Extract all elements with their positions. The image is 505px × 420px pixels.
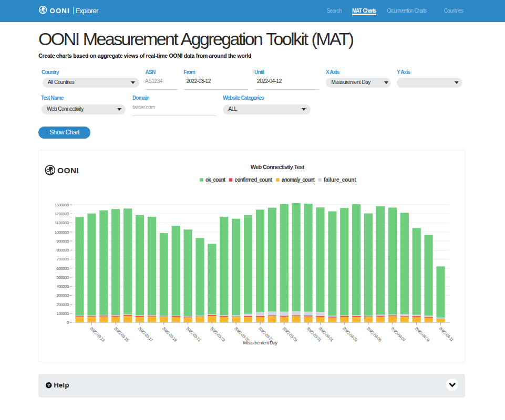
svg-text:2022-04-03: 2022-04-03 xyxy=(342,326,359,343)
svg-text:2022-03-21: 2022-03-21 xyxy=(185,326,202,342)
svg-text:500000: 500000 xyxy=(57,275,69,280)
svg-text:ok_count: ok_count xyxy=(205,177,226,183)
svg-text:100000: 100000 xyxy=(57,311,69,316)
svg-text:2022-03-19: 2022-03-19 xyxy=(161,326,178,342)
svg-text:2022-03-15: 2022-03-15 xyxy=(114,326,130,343)
svg-text:800000: 800000 xyxy=(57,248,69,253)
svg-text:2022-03-13: 2022-03-13 xyxy=(89,326,106,343)
svg-text:2022-04-05: 2022-04-05 xyxy=(366,326,383,343)
svg-text:1100000: 1100000 xyxy=(55,220,70,225)
svg-text:2022-04-11: 2022-04-11 xyxy=(438,326,455,342)
svg-text:1000000: 1000000 xyxy=(55,230,69,235)
svg-text:400000: 400000 xyxy=(57,284,69,289)
svg-text:1300000: 1300000 xyxy=(55,203,69,207)
svg-text:Web Connectivity Test: Web Connectivity Test xyxy=(251,164,305,171)
svg-text:confirmed_count: confirmed_count xyxy=(235,177,273,183)
svg-text:2022-03-29: 2022-03-29 xyxy=(282,326,298,342)
svg-text:2022-04-09: 2022-04-09 xyxy=(414,326,430,342)
svg-text:600000: 600000 xyxy=(57,266,69,271)
svg-text:2022-03-23: 2022-03-23 xyxy=(210,326,226,343)
svg-text:1200000: 1200000 xyxy=(55,212,69,216)
svg-text:700000: 700000 xyxy=(57,257,69,261)
svg-text:Measurement Day: Measurement Day xyxy=(243,340,278,345)
svg-text:OONI: OONI xyxy=(57,166,79,175)
svg-text:2022-03-17: 2022-03-17 xyxy=(137,326,153,342)
svg-text:failure_count: failure_count xyxy=(324,177,356,183)
svg-text:2022-04-07: 2022-04-07 xyxy=(390,326,406,342)
svg-text:900000: 900000 xyxy=(57,239,69,244)
svg-text:0: 0 xyxy=(67,320,69,325)
svg-text:300000: 300000 xyxy=(57,293,69,298)
svg-text:?: ? xyxy=(47,383,50,388)
svg-text:200000: 200000 xyxy=(57,302,69,307)
svg-text:anomaly_count: anomaly_count xyxy=(282,177,315,183)
